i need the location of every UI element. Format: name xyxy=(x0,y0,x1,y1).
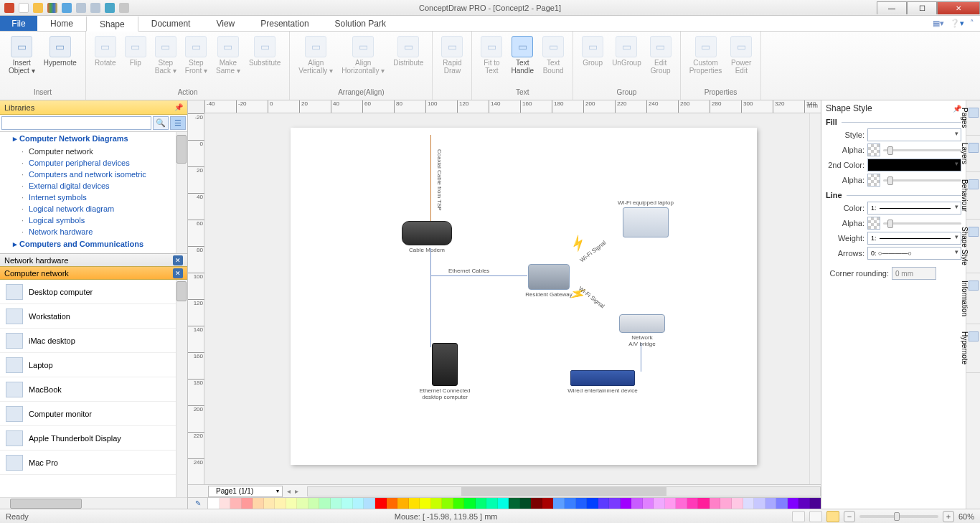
palette-swatch[interactable] xyxy=(253,498,264,509)
palette-swatch[interactable] xyxy=(643,498,654,509)
palette-swatch[interactable] xyxy=(297,498,308,509)
tab-document[interactable]: Document xyxy=(138,16,204,31)
palette-swatch[interactable] xyxy=(776,498,788,509)
palette-swatch[interactable] xyxy=(810,498,821,509)
tab-home[interactable]: Home xyxy=(37,16,86,31)
palette-swatch[interactable] xyxy=(442,498,453,509)
maximize-button[interactable]: ☐ xyxy=(907,1,937,14)
palette-swatch[interactable] xyxy=(587,498,598,509)
palette-swatch[interactable] xyxy=(387,498,398,509)
hand-tool-icon[interactable] xyxy=(792,511,805,522)
align-vert-button[interactable]: ▭AlignVertically ▾ xyxy=(294,34,337,76)
palette-swatch[interactable] xyxy=(420,498,431,509)
palette-swatch[interactable] xyxy=(476,498,487,509)
zoom-in-button[interactable]: + xyxy=(943,511,954,522)
text-handle-button[interactable]: ▭TextHandle xyxy=(507,34,538,76)
line-weight-select[interactable]: 1: xyxy=(867,232,961,245)
substitute-button[interactable]: ▭Substitute xyxy=(245,34,285,68)
text-bound-button[interactable]: ▭TextBound xyxy=(538,34,568,76)
stencil-header[interactable]: Network hardware✕ xyxy=(0,254,187,267)
palette-swatch[interactable] xyxy=(520,498,532,509)
library-search-input[interactable] xyxy=(1,116,151,130)
stencil-item[interactable]: Laptop xyxy=(0,353,187,377)
select-tool-icon[interactable] xyxy=(809,511,822,522)
palette-swatch[interactable] xyxy=(609,498,621,509)
page-nav-next[interactable]: ▸ xyxy=(295,487,298,495)
line-alpha-slider[interactable] xyxy=(883,217,961,230)
zoom-out-button[interactable]: − xyxy=(844,511,855,522)
make-same-button[interactable]: ▭MakeSame ▾ xyxy=(212,34,245,76)
palette-swatch[interactable] xyxy=(576,498,588,509)
corner-rounding-input[interactable]: 0 mm xyxy=(892,267,936,280)
node-laptop[interactable]: Wi-Fi equipped laptop xyxy=(606,199,685,239)
palette-swatch[interactable] xyxy=(754,498,765,509)
palette-swatch[interactable] xyxy=(264,498,275,509)
palette-swatch[interactable] xyxy=(431,498,443,509)
edit-group-button[interactable]: ▭EditGroup xyxy=(646,34,676,76)
node-cable-modem[interactable]: Cable Modem xyxy=(391,221,463,253)
canvas[interactable]: Coaxial Cable from TSP Cable Modem Ether… xyxy=(204,113,821,484)
side-tab-shape-style[interactable]: Shape Style xyxy=(966,220,980,273)
palette-swatch[interactable] xyxy=(687,498,699,509)
palette-swatch[interactable] xyxy=(230,498,242,509)
line-alpha-swatch[interactable] xyxy=(867,217,880,230)
drawing-page[interactable]: Coaxial Cable from TSP Cable Modem Ether… xyxy=(291,128,757,465)
stencil-item[interactable]: Apple Thunderbolt Display xyxy=(0,426,187,451)
palette-swatch[interactable] xyxy=(409,498,420,509)
palette-swatch[interactable] xyxy=(798,498,810,509)
palette-swatch[interactable] xyxy=(353,498,364,509)
search-button[interactable]: 🔍 xyxy=(153,116,169,130)
flip-button[interactable]: ▭Flip xyxy=(121,34,151,68)
second-color-select[interactable] xyxy=(867,159,961,171)
custom-props-button[interactable]: ▭CustomProperties xyxy=(685,34,727,76)
library-tree[interactable]: ▸ Computer Network Diagrams Computer net… xyxy=(0,132,187,254)
tab-view[interactable]: View xyxy=(203,16,248,31)
palette-swatch[interactable] xyxy=(308,498,320,509)
palette-swatch[interactable] xyxy=(464,498,476,509)
qat-preview-icon[interactable] xyxy=(119,3,129,13)
palette-swatch[interactable] xyxy=(698,498,710,509)
align-horz-button[interactable]: ▭AlignHorizontally ▾ xyxy=(337,34,389,76)
rotate-button[interactable]: ▭Rotate xyxy=(90,34,121,68)
qat-print-icon[interactable] xyxy=(105,3,115,13)
library-tree-root[interactable]: ▸ Computer Network Diagrams xyxy=(0,132,187,146)
library-tree-more[interactable]: ▸ Computers and Communications xyxy=(0,237,187,251)
fill-alpha-slider[interactable] xyxy=(883,143,961,156)
distribute-button[interactable]: ▭Distribute xyxy=(389,34,428,68)
left-pane-hscroll[interactable] xyxy=(0,497,187,509)
palette-swatch[interactable] xyxy=(220,498,231,509)
palette-swatch[interactable] xyxy=(676,498,687,509)
rapid-draw-button[interactable]: ▭RapidDraw xyxy=(437,34,467,76)
node-desktop[interactable]: Ethernet Connected desktop computer xyxy=(405,343,484,400)
step-back-button[interactable]: ▭StepBack ▾ xyxy=(151,34,181,76)
palette-swatch[interactable] xyxy=(542,498,554,509)
library-tree-item[interactable]: Logical network diagram xyxy=(0,203,187,215)
library-tree-scrollbar[interactable] xyxy=(176,132,187,253)
side-tab-layers[interactable]: Layers xyxy=(966,136,980,172)
side-tab-hypernote[interactable]: Hypernote xyxy=(966,324,980,372)
library-view-button[interactable]: ☰ xyxy=(170,116,186,130)
palette-swatch[interactable] xyxy=(498,498,509,509)
options-icon[interactable]: ▦▾ xyxy=(933,19,944,28)
palette-swatch[interactable] xyxy=(364,498,375,509)
file-menu[interactable]: File xyxy=(0,16,37,31)
palette-swatch[interactable] xyxy=(788,498,799,509)
side-tab-behaviour[interactable]: Behaviour xyxy=(966,172,980,220)
palette-swatch[interactable] xyxy=(732,498,743,509)
side-tab-information[interactable]: Information xyxy=(966,273,980,324)
qat-redo-icon[interactable] xyxy=(90,3,100,13)
library-tree-item[interactable]: Network hardware xyxy=(0,226,187,237)
collapse-ribbon-icon[interactable]: ˄ xyxy=(970,19,974,28)
qat-icon[interactable] xyxy=(4,3,14,13)
palette-swatch[interactable] xyxy=(710,498,721,509)
page-tab[interactable]: Page1 (1/1) xyxy=(208,486,283,497)
palette-swatch[interactable] xyxy=(765,498,777,509)
side-tab-pages[interactable]: Pages xyxy=(966,100,980,136)
line-color-select[interactable]: 1: xyxy=(867,202,961,215)
library-tree-item[interactable]: Computers and network isometric xyxy=(0,169,187,180)
stencil-header[interactable]: Computer network✕ xyxy=(0,267,187,280)
palette-swatch[interactable] xyxy=(621,498,632,509)
palette-swatch[interactable] xyxy=(531,498,542,509)
group-button[interactable]: ▭Group xyxy=(578,34,608,68)
pin-icon[interactable]: 📌 xyxy=(174,103,183,111)
